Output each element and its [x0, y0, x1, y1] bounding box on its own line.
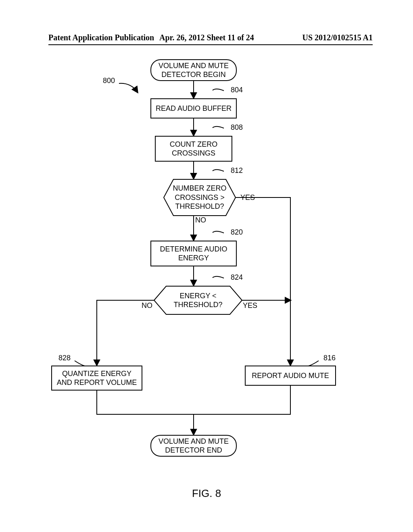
- svg-marker-10: [154, 286, 242, 314]
- figure-caption: FIG. 8: [0, 487, 413, 500]
- svg-rect-12: [245, 366, 336, 385]
- svg-rect-0: [151, 60, 236, 81]
- svg-rect-8: [151, 241, 236, 266]
- page: Patent Application Publication Apr. 26, …: [0, 0, 413, 532]
- flowchart-svg: [0, 0, 413, 532]
- svg-marker-6: [164, 179, 236, 216]
- svg-rect-2: [151, 99, 236, 118]
- svg-rect-11: [52, 366, 142, 390]
- svg-rect-14: [151, 435, 236, 456]
- svg-rect-4: [155, 136, 232, 161]
- flowchart: 800 VOLUME AND MUTE DETECTOR BEGIN 804 R…: [0, 0, 413, 532]
